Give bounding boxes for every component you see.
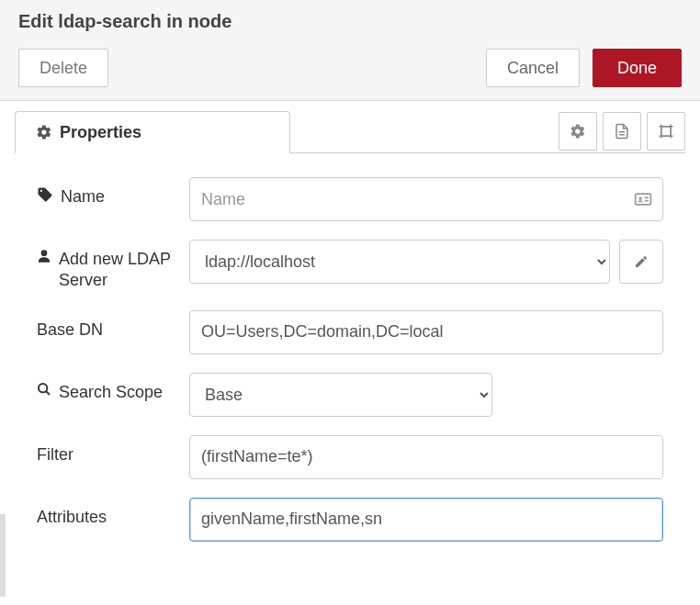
cancel-button[interactable]: Cancel — [486, 49, 580, 87]
gear-icon — [570, 123, 586, 140]
tag-icon — [37, 186, 53, 203]
tab-properties[interactable]: Properties — [15, 111, 290, 153]
server-label: Add new LDAP Server — [37, 240, 189, 292]
name-label: Name — [37, 177, 189, 207]
server-select[interactable]: ldap://localhost — [189, 240, 610, 284]
delete-button[interactable]: Delete — [18, 49, 108, 87]
dialog-title: Edit ldap-search in node — [18, 11, 682, 32]
pencil-icon — [634, 254, 649, 269]
id-card-icon — [634, 190, 652, 208]
tab-properties-label: Properties — [60, 123, 141, 142]
search-icon — [37, 382, 51, 397]
attributes-label: Attributes — [37, 498, 189, 528]
svg-rect-7 — [636, 194, 651, 205]
scope-label: Search Scope — [37, 373, 189, 403]
basedn-label: Base DN — [37, 310, 189, 341]
name-input[interactable] — [189, 177, 663, 221]
filter-input[interactable] — [189, 435, 663, 479]
filter-label: Filter — [37, 435, 189, 465]
user-icon — [37, 249, 51, 263]
scope-select[interactable]: Base — [189, 373, 492, 417]
scrollbar-hint — [0, 514, 6, 597]
svg-rect-2 — [661, 127, 672, 137]
attributes-input[interactable] — [189, 498, 663, 542]
svg-line-12 — [46, 391, 50, 395]
node-settings-button[interactable] — [559, 112, 597, 151]
frame-icon — [658, 123, 674, 140]
done-button[interactable]: Done — [593, 49, 682, 87]
gear-icon — [36, 124, 52, 140]
basedn-input[interactable] — [189, 310, 663, 354]
document-icon — [614, 123, 630, 140]
svg-point-11 — [39, 384, 47, 392]
node-docs-button[interactable] — [603, 112, 641, 151]
svg-point-8 — [638, 197, 641, 200]
edit-server-button[interactable] — [619, 240, 663, 284]
node-appearance-button[interactable] — [647, 112, 685, 151]
